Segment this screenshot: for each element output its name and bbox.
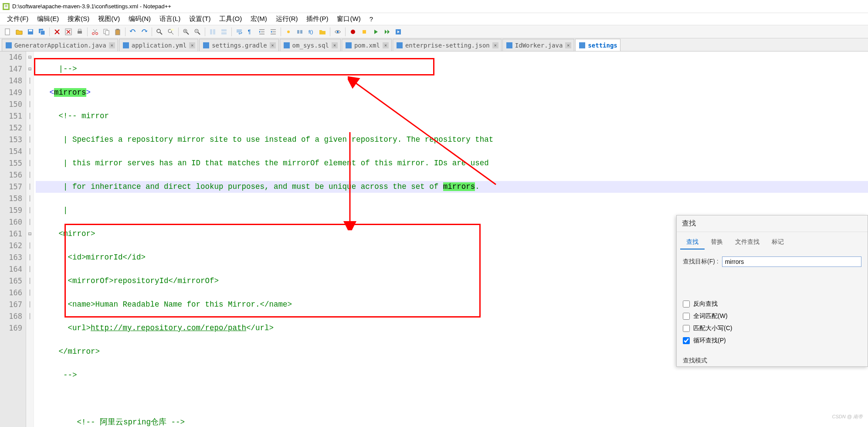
play-icon[interactable] [370,27,381,37]
tab-om-sys-sql[interactable]: om_sys.sql✕ [280,39,341,51]
svg-rect-24 [213,29,215,34]
fold-column[interactable]: ⊟⊟│││││││││││││⊟│││││││ [26,51,34,427]
toolbar-sep [205,27,205,36]
sync-h-icon[interactable] [219,27,229,37]
editor[interactable]: 1461471481491501511521531541551561571581… [0,51,868,427]
toolbar-sep [125,27,125,36]
svg-rect-3 [5,7,7,7]
monitor-icon[interactable] [332,27,343,37]
find-reverse-check[interactable]: 反向查找 [683,300,861,308]
file-icon [284,42,290,48]
svg-rect-17 [116,29,119,30]
save-icon[interactable] [25,27,36,37]
svg-rect-26 [221,32,227,34]
menu-plugins[interactable]: 插件(P) [303,14,332,24]
tab-close-icon[interactable]: ✕ [383,42,389,48]
tab-close-icon[interactable]: ✕ [565,42,571,48]
replace-icon[interactable] [166,27,176,37]
toolbar-sep [152,27,152,36]
toolbar-sep [178,27,179,36]
close-icon[interactable] [52,27,62,37]
funclist-icon[interactable]: f() [306,27,316,37]
closeall-icon[interactable] [63,27,74,37]
svg-rect-29 [297,30,299,34]
menu-file[interactable]: 文件(F) [3,14,32,24]
find-tab-findfiles[interactable]: 文件查找 [729,236,766,249]
zoomout-icon[interactable] [192,27,203,37]
menu-search[interactable]: 搜索(S) [64,14,93,24]
find-target-input[interactable] [722,256,861,267]
tool-icon[interactable] [283,27,294,37]
menu-encoding[interactable]: 编码(N) [125,14,154,24]
saveall-icon[interactable] [37,27,47,37]
indent-icon[interactable] [257,27,267,37]
tab-application-yml[interactable]: application.yml✕ [119,39,198,51]
sync-v-icon[interactable] [207,27,218,37]
menu-language[interactable]: 语言(L) [156,14,184,24]
copy-icon[interactable] [101,27,112,37]
tab-close-icon[interactable]: ✕ [270,42,276,48]
find-tab-replace[interactable]: 替换 [705,236,729,249]
find-dialog[interactable]: 查找 查找 替换 文件查找 标记 查找目标(F) : 反向查找 全词匹配(W) … [676,215,868,367]
tab-generator[interactable]: GeneratorApplication.java✕ [2,39,118,51]
outdent-icon[interactable] [268,27,278,37]
stop-icon[interactable] [359,27,370,37]
window-title: D:\software\apache-maven-3.9.1\conf\sett… [12,3,171,10]
svg-text:¶: ¶ [248,29,251,35]
svg-rect-10 [78,31,82,34]
find-wholeword-check[interactable]: 全词匹配(W) [683,312,861,320]
svg-point-18 [157,29,160,33]
svg-rect-16 [115,30,120,35]
playmulti-icon[interactable] [382,27,392,37]
wordwrap-icon[interactable] [234,27,244,37]
toolbar-sep [231,27,232,36]
watermark: CSDN @ 南帝 [832,413,863,420]
folder-icon[interactable] [317,27,328,37]
tab-close-icon[interactable]: ✕ [492,42,498,48]
toolbar: ¶ f() [0,25,868,38]
tab-idworker[interactable]: IdWorker.java✕ [502,39,575,51]
menu-macro[interactable]: 宏(M) [247,14,271,24]
zoomin-icon[interactable] [181,27,191,37]
svg-rect-15 [105,31,109,35]
record-icon[interactable] [348,27,358,37]
svg-point-13 [96,32,98,34]
toolbar-sep [87,27,88,36]
tab-enterprise-setting[interactable]: enterprise-setting.json✕ [393,39,502,51]
tab-pom-xml[interactable]: pom.xml✕ [342,39,392,51]
undo-icon[interactable] [128,27,138,37]
allchars-icon[interactable]: ¶ [245,27,256,37]
menu-view[interactable]: 视图(V) [95,14,123,24]
tab-close-icon[interactable]: ✕ [109,42,115,48]
menu-tools[interactable]: 工具(O) [216,14,245,24]
tool-icon[interactable] [295,27,305,37]
tab-settings-xml[interactable]: settings [575,39,620,51]
print-icon[interactable] [75,27,85,37]
tab-close-icon[interactable]: ✕ [332,42,338,48]
menu-edit[interactable]: 编辑(E) [34,14,62,24]
savemacro-icon[interactable] [393,27,403,37]
cut-icon[interactable] [90,27,100,37]
tab-close-icon[interactable]: ✕ [189,42,195,48]
paste-icon[interactable] [112,27,123,37]
find-matchcase-check[interactable]: 匹配大小写(C) [683,325,861,332]
find-icon[interactable] [154,27,165,37]
svg-point-12 [92,32,95,34]
find-tab-mark[interactable]: 标记 [766,236,790,249]
redo-icon[interactable] [139,27,149,37]
svg-rect-8 [41,31,45,35]
svg-rect-11 [78,29,81,31]
svg-rect-23 [210,29,212,34]
line-number-gutter: 1461471481491501511521531541551561571581… [0,51,26,427]
app-icon [3,3,10,10]
new-file-icon[interactable] [3,27,13,37]
menu-settings[interactable]: 设置(T) [186,14,214,24]
find-tab-find[interactable]: 查找 [680,236,705,249]
find-wrap-check[interactable]: 循环查找(P) [683,337,861,345]
menu-run[interactable]: 运行(R) [272,14,302,24]
tab-settings-gradle[interactable]: settings.gradle✕ [199,39,278,51]
menu-help[interactable]: ? [366,14,376,24]
file-icon [6,42,12,48]
open-file-icon[interactable] [14,27,24,37]
menu-window[interactable]: 窗口(W) [333,14,364,24]
